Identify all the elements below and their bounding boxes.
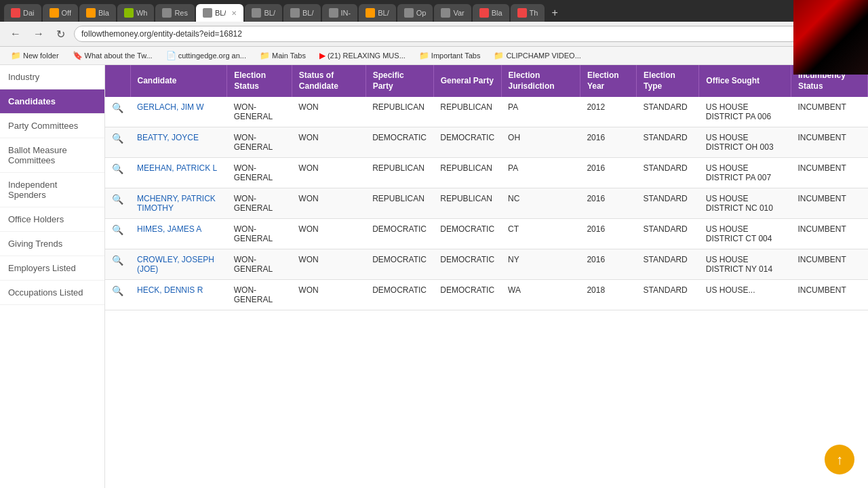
- tab-label: Op: [416, 9, 427, 17]
- tab-favicon: [86, 8, 96, 18]
- bookmark-clipchamp[interactable]: 📁 CLIPCHAMP VIDEO...: [490, 49, 585, 62]
- tab-wh[interactable]: Wh: [117, 4, 155, 22]
- tab-favicon: [329, 8, 338, 18]
- bookmark-cuttingedge[interactable]: 📄 cuttingedge.org an...: [162, 49, 250, 62]
- tab-dai[interactable]: Dai: [4, 4, 41, 22]
- cell-election-year: 2016: [580, 249, 636, 280]
- col-office-sought[interactable]: Office Sought: [699, 65, 791, 97]
- row-search-icon[interactable]: 🔍: [105, 97, 130, 127]
- cell-candidate[interactable]: HECK, DENNIS R: [130, 280, 227, 310]
- col-election-year[interactable]: Election Year: [580, 65, 636, 97]
- row-search-icon[interactable]: 🔍: [105, 188, 130, 219]
- tab-label: Dai: [23, 9, 35, 17]
- col-specific-party[interactable]: Specific Party: [366, 65, 433, 97]
- cell-candidate[interactable]: GERLACH, JIM W: [130, 97, 227, 127]
- row-search-icon[interactable]: 🔍: [105, 127, 130, 158]
- back-button[interactable]: ←: [7, 26, 24, 41]
- table-row: 🔍CROWLEY, JOSEPH (JOE)WON-GENERALWONDEMO…: [105, 249, 868, 280]
- tab-favicon: [162, 8, 172, 18]
- candidate-link[interactable]: BEATTY, JOYCE: [137, 133, 199, 142]
- cell-election-year: 2016: [580, 127, 636, 158]
- bookmark-what-about[interactable]: 🔖 What about the Tw...: [68, 49, 157, 62]
- tab-in[interactable]: IN-: [322, 4, 358, 22]
- tab-bla1[interactable]: Bla: [79, 4, 116, 22]
- nav-bar: ← → ↻: [0, 22, 868, 47]
- cell-candidate[interactable]: CROWLEY, JOSEPH (JOE): [130, 249, 227, 280]
- bookmark-main-tabs[interactable]: 📁 Main Tabs: [256, 49, 310, 62]
- cell-candidate[interactable]: MCHENRY, PATRICK TIMOTHY: [130, 188, 227, 219]
- col-general-party[interactable]: General Party: [433, 65, 501, 97]
- bookmark-favicon: ▶: [319, 51, 326, 60]
- cell-candidate[interactable]: BEATTY, JOYCE: [130, 127, 227, 158]
- row-search-icon[interactable]: 🔍: [105, 249, 130, 280]
- cell-general-party: DEMOCRATIC: [433, 249, 501, 280]
- tab-bla2[interactable]: Bla: [473, 4, 509, 22]
- cell-status-candidate: WON: [292, 249, 366, 280]
- address-bar[interactable]: [74, 26, 861, 42]
- sidebar-item-office-holders[interactable]: Office Holders: [0, 207, 104, 232]
- col-status-candidate[interactable]: Status of Candidate: [292, 65, 366, 97]
- tab-close-button[interactable]: ✕: [231, 9, 237, 17]
- table-row: 🔍MEEHAN, PATRICK LWON-GENERALWONREPUBLIC…: [105, 158, 868, 188]
- tab-favicon: [252, 8, 261, 18]
- candidate-link[interactable]: HECK, DENNIS R: [137, 285, 203, 295]
- tab-bl4[interactable]: BL/: [359, 4, 396, 22]
- cell-candidate[interactable]: MEEHAN, PATRICK L: [130, 158, 227, 188]
- candidate-link[interactable]: MEEHAN, PATRICK L: [137, 163, 217, 173]
- cell-election-status: WON-GENERAL: [227, 280, 292, 310]
- new-tab-button[interactable]: +: [546, 4, 563, 22]
- tab-off[interactable]: Off: [43, 4, 78, 22]
- bookmark-important[interactable]: 📁 Important Tabs: [415, 49, 485, 62]
- col-election-jurisdiction[interactable]: Election Jurisdiction: [501, 65, 580, 97]
- tab-bl2[interactable]: BL/: [245, 4, 282, 22]
- cell-general-party: REPUBLICAN: [433, 188, 501, 219]
- sidebar-item-independent-spenders[interactable]: Independent Spenders: [0, 173, 104, 207]
- candidate-link[interactable]: CROWLEY, JOSEPH (JOE): [137, 255, 214, 274]
- sidebar-item-giving-trends[interactable]: Giving Trends: [0, 232, 104, 256]
- tab-label: BL/: [302, 9, 314, 17]
- cell-office-sought: US HOUSE DISTRICT CT 004: [699, 219, 791, 249]
- folder-icon: 📁: [419, 51, 429, 60]
- tab-th[interactable]: Th: [511, 4, 545, 22]
- row-search-icon[interactable]: 🔍: [105, 158, 130, 188]
- tab-active[interactable]: BL/ ✕: [196, 4, 244, 22]
- sidebar-item-industry[interactable]: Industry: [0, 65, 104, 89]
- col-candidate[interactable]: Candidate: [130, 65, 227, 97]
- tab-label: IN-: [341, 9, 351, 17]
- bookmark-label: cuttingedge.org an...: [178, 52, 246, 60]
- cell-election-type: STANDARD: [637, 97, 699, 127]
- sidebar-item-occupations-listed[interactable]: Occupations Listed: [0, 281, 104, 305]
- bookmark-favicon: 📄: [166, 51, 176, 60]
- folder-icon: 📁: [260, 51, 270, 60]
- sidebar-item-party-committees[interactable]: Party Committees: [0, 114, 104, 138]
- tab-res[interactable]: Res: [155, 4, 195, 22]
- sidebar-item-employers-listed[interactable]: Employers Listed: [0, 256, 104, 281]
- scroll-to-top-button[interactable]: ↑: [825, 445, 854, 474]
- bookmark-relaxing[interactable]: ▶ (21) RELAXING MUS...: [315, 49, 410, 62]
- row-search-icon[interactable]: 🔍: [105, 280, 130, 310]
- col-election-status[interactable]: Election Status: [227, 65, 292, 97]
- cell-specific-party: REPUBLICAN: [366, 158, 433, 188]
- refresh-button[interactable]: ↻: [53, 26, 68, 42]
- tab-bl3[interactable]: BL/: [283, 4, 321, 22]
- candidate-link[interactable]: MCHENRY, PATRICK TIMOTHY: [137, 194, 216, 213]
- sidebar-item-candidates[interactable]: Candidates: [0, 89, 104, 114]
- cell-election-type: STANDARD: [637, 127, 699, 158]
- col-election-type[interactable]: Election Type: [637, 65, 699, 97]
- forward-button[interactable]: →: [30, 26, 47, 41]
- candidate-link[interactable]: GERLACH, JIM W: [137, 102, 204, 112]
- tab-label: BL/: [215, 9, 226, 17]
- bookmark-new-folder[interactable]: 📁 New folder: [7, 49, 63, 62]
- cell-incumbency-status: INCUMBENT: [791, 127, 867, 158]
- table-row: 🔍HIMES, JAMES AWON-GENERALWONDEMOCRATICD…: [105, 219, 868, 249]
- tab-op[interactable]: Op: [397, 4, 433, 22]
- row-search-icon[interactable]: 🔍: [105, 219, 130, 249]
- cell-office-sought: US HOUSE DISTRICT PA 007: [699, 158, 791, 188]
- cell-candidate[interactable]: HIMES, JAMES A: [130, 219, 227, 249]
- candidate-link[interactable]: HIMES, JAMES A: [137, 224, 201, 234]
- sidebar-item-ballot-measure[interactable]: Ballot Measure Committees: [0, 138, 104, 173]
- cell-election-jurisdiction: PA: [501, 158, 580, 188]
- tab-var[interactable]: Var: [434, 4, 471, 22]
- cell-office-sought: US HOUSE DISTRICT NY 014: [699, 249, 791, 280]
- cell-incumbency-status: INCUMBENT: [791, 97, 867, 127]
